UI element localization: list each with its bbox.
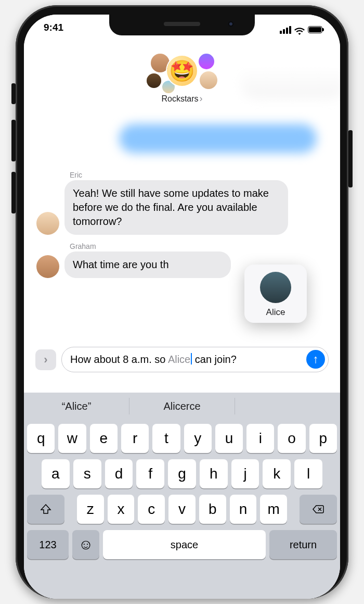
blurred-bubble	[119, 124, 317, 153]
sender-avatar[interactable]	[36, 212, 59, 235]
phone-side-button	[348, 130, 353, 187]
battery-icon	[308, 26, 322, 33]
key-p[interactable]: p	[309, 424, 337, 453]
key-z[interactable]: z	[77, 495, 104, 524]
arrow-up-icon: ↑	[313, 351, 319, 367]
screen: 9:41 🤩 Rockstars ›	[24, 15, 340, 599]
sender-label: Eric	[70, 171, 328, 179]
key-g[interactable]: g	[168, 459, 196, 488]
compose-text: can join?	[192, 354, 237, 365]
wifi-icon	[294, 26, 305, 34]
shift-icon	[40, 503, 52, 515]
cellular-icon	[280, 26, 291, 34]
message-input[interactable]: How about 8 a.m. so Alice can join? ↑	[61, 347, 329, 372]
key-m[interactable]: m	[260, 495, 287, 524]
mention-avatar	[260, 272, 291, 303]
key-q[interactable]: q	[27, 424, 55, 453]
member-avatar	[200, 71, 217, 89]
sender-label: Graham	[70, 242, 328, 250]
message-row: Eric Yeah! We still have some updates to…	[36, 171, 328, 235]
keyboard: q w e r t y u i o p a s d f g h j k l	[24, 420, 340, 599]
compose-mention: Alice	[168, 354, 190, 365]
phone-volume-down	[11, 172, 16, 213]
key-n[interactable]: n	[230, 495, 257, 524]
compose-text: How about 8 a.m. so	[70, 354, 168, 365]
group-avatar-main: 🤩	[167, 56, 197, 86]
group-name-label: Rockstars	[161, 94, 198, 104]
message-bubble[interactable]: What time are you th	[64, 251, 231, 278]
key-backspace[interactable]	[300, 495, 337, 524]
key-k[interactable]: k	[263, 459, 291, 488]
status-time: 9:41	[44, 22, 63, 37]
group-avatar-cluster: 🤩	[135, 52, 229, 93]
key-x[interactable]: x	[108, 495, 135, 524]
key-return[interactable]: return	[269, 530, 337, 559]
prediction-slot[interactable]: “Alice”	[24, 393, 129, 420]
key-w[interactable]: w	[58, 424, 86, 453]
notch	[109, 15, 255, 35]
speaker-grille	[164, 22, 200, 26]
key-a[interactable]: a	[42, 459, 70, 488]
key-r[interactable]: r	[121, 424, 149, 453]
prediction-slot[interactable]	[235, 393, 340, 420]
key-y[interactable]: y	[184, 424, 212, 453]
key-b[interactable]: b	[199, 495, 226, 524]
compose-bar: › How about 8 a.m. so Alice can join? ↑	[35, 347, 329, 372]
predictive-bar: “Alice” Alicerce	[24, 393, 340, 420]
key-space[interactable]: space	[103, 530, 266, 559]
key-emoji[interactable]: ☺	[72, 530, 99, 559]
phone-frame: 9:41 🤩 Rockstars ›	[16, 5, 348, 599]
send-button[interactable]: ↑	[306, 350, 325, 369]
message-bubble[interactable]: Yeah! We still have some updates to make…	[64, 180, 288, 235]
key-d[interactable]: d	[105, 459, 133, 488]
key-e[interactable]: e	[90, 424, 118, 453]
mention-name: Alice	[266, 307, 285, 318]
key-c[interactable]: c	[138, 495, 165, 524]
key-o[interactable]: o	[278, 424, 305, 453]
key-s[interactable]: s	[73, 459, 101, 488]
prediction-slot[interactable]: Alicerce	[129, 393, 235, 420]
sender-avatar[interactable]	[36, 255, 59, 278]
key-f[interactable]: f	[136, 459, 164, 488]
expand-apps-button[interactable]: ›	[35, 349, 56, 370]
key-u[interactable]: u	[215, 424, 243, 453]
key-j[interactable]: j	[231, 459, 259, 488]
member-avatar	[147, 73, 161, 88]
phone-mute-switch	[11, 83, 16, 104]
key-shift[interactable]	[27, 495, 64, 524]
front-camera	[228, 21, 234, 27]
key-t[interactable]: t	[152, 424, 180, 453]
backspace-icon	[312, 503, 324, 515]
key-i[interactable]: i	[246, 424, 274, 453]
key-l[interactable]: l	[294, 459, 322, 488]
chevron-right-icon: ›	[200, 93, 203, 104]
key-numbers[interactable]: 123	[27, 530, 69, 559]
mention-popover[interactable]: Alice	[244, 265, 307, 323]
member-avatar	[199, 54, 214, 69]
phone-volume-up	[11, 120, 16, 161]
key-v[interactable]: v	[168, 495, 196, 524]
key-h[interactable]: h	[200, 459, 228, 488]
